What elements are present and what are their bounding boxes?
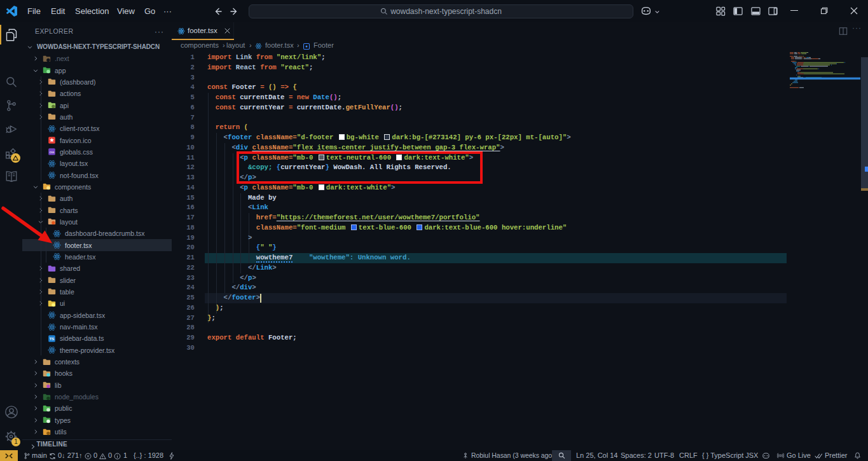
svg-text:TS: TS — [50, 337, 55, 341]
svg-text:css: css — [50, 150, 55, 154]
